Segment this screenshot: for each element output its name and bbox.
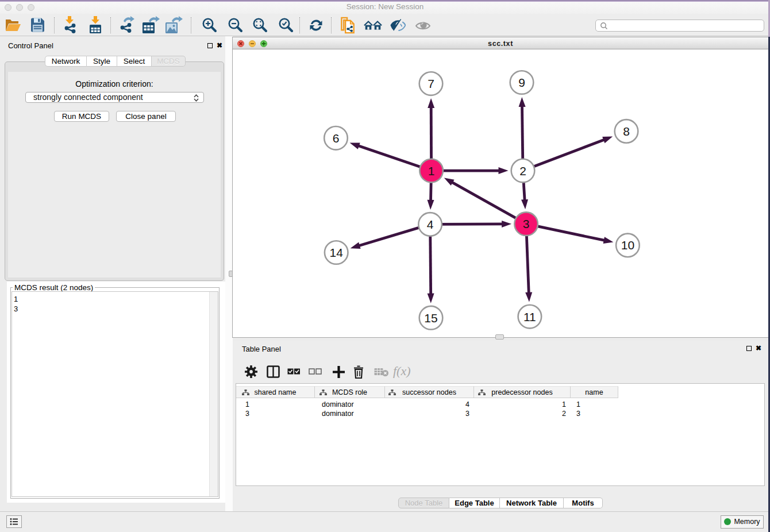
- svg-text:3: 3: [523, 217, 530, 230]
- svg-text:4: 4: [427, 218, 434, 231]
- svg-text:7: 7: [428, 77, 434, 90]
- svg-text:9: 9: [518, 76, 525, 89]
- svg-text:10: 10: [621, 238, 634, 252]
- svg-text:1: 1: [428, 164, 435, 178]
- svg-text:6: 6: [333, 132, 340, 145]
- svg-text:2: 2: [519, 164, 526, 178]
- svg-text:11: 11: [523, 310, 536, 323]
- svg-text:14: 14: [330, 246, 344, 259]
- svg-text:8: 8: [623, 125, 630, 138]
- svg-text:15: 15: [424, 311, 437, 325]
